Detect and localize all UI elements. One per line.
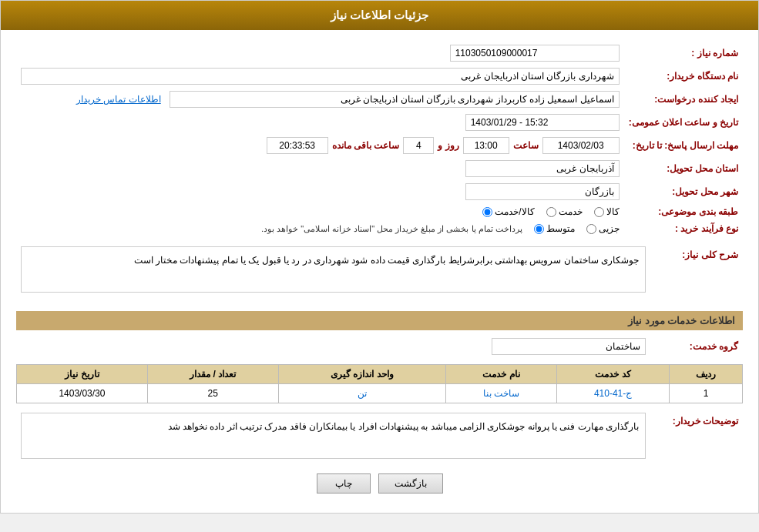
delivery-province-value: آذربایجان غربی xyxy=(465,160,620,177)
buyer-notes-label: توضیحات خریدار: xyxy=(650,410,743,462)
process-individual-label: جزیی xyxy=(599,223,620,234)
col-service-code: کد خدمت xyxy=(556,365,669,384)
col-service-name: نام خدمت xyxy=(445,365,556,384)
category-goods-radio[interactable] xyxy=(594,207,604,217)
deadline-days-label: روز و xyxy=(438,140,458,151)
print-button[interactable]: چاپ xyxy=(317,473,371,494)
category-goods-service-option[interactable]: کالا/خدمت xyxy=(482,206,534,217)
cell-count-amount: 25 xyxy=(147,384,278,403)
delivery-city-label: شهر محل تحویل: xyxy=(624,180,743,203)
buyer-notes-table: توضیحات خریدار: بارگذاری مهارت فنی یا پر… xyxy=(16,410,743,462)
category-service-option[interactable]: خدمت xyxy=(546,206,583,217)
category-goods-service-label: کالا/خدمت xyxy=(495,206,534,217)
page-title: جزئیات اطلاعات نیاز xyxy=(331,8,428,22)
need-number-label: شماره نیاز : xyxy=(624,42,743,65)
page-header: جزئیات اطلاعات نیاز xyxy=(1,1,758,30)
process-label: نوع فرآیند خرید : xyxy=(624,220,743,237)
services-table: ردیف کد خدمت نام خدمت واحد اندازه گیری ت… xyxy=(16,364,743,403)
process-individual-radio[interactable] xyxy=(586,224,596,234)
cell-need-date: 1403/03/30 xyxy=(17,384,148,403)
back-button[interactable]: بازگشت xyxy=(378,473,443,494)
category-goods-service-radio[interactable] xyxy=(482,207,492,217)
process-medium-radio[interactable] xyxy=(534,224,544,234)
button-row: بازگشت چاپ xyxy=(16,473,743,494)
main-container: جزئیات اطلاعات نیاز شماره نیاز : 1103050… xyxy=(0,0,759,514)
need-description-label: شرح کلی نیاز: xyxy=(650,243,743,303)
content-area: شماره نیاز : 1103050109000017 نام دستگاه… xyxy=(1,30,758,513)
cell-unit: تن xyxy=(278,384,445,403)
deadline-time: 13:00 xyxy=(463,137,509,154)
table-row: 1 ج-41-410 ساخت بنا تن 25 1403/03/30 xyxy=(17,384,743,403)
deadline-days: 4 xyxy=(403,137,434,154)
announce-date-label: تاریخ و ساعت اعلان عمومی: xyxy=(624,111,743,134)
category-radio-group: کالا خدمت کالا/خدمت xyxy=(21,206,620,217)
col-need-date: تاریخ نیاز xyxy=(17,365,148,384)
category-service-label: خدمت xyxy=(559,206,583,217)
deadline-remaining-label: ساعت باقی مانده xyxy=(332,140,400,151)
category-goods-option[interactable]: کالا xyxy=(594,206,620,217)
creator-label: ایجاد کننده درخواست: xyxy=(624,88,743,111)
col-unit: واحد اندازه گیری xyxy=(278,365,445,384)
buyer-org-label: نام دستگاه خریدار: xyxy=(624,65,743,88)
deadline-row: 1403/02/03 ساعت 13:00 روز و 4 ساعت باقی … xyxy=(21,137,620,154)
delivery-province-label: استان محل تحویل: xyxy=(624,157,743,180)
need-description-box: جوشکاری ساختمان سرویس بهداشتی برابرشرایط… xyxy=(21,246,646,293)
need-description-table: شرح کلی نیاز: جوشکاری ساختمان سرویس بهدا… xyxy=(16,243,743,303)
service-group-value: ساختمان xyxy=(492,338,646,355)
services-section-header: اطلاعات خدمات مورد نیاز xyxy=(16,311,743,330)
need-number-value: 1103050109000017 xyxy=(450,45,620,62)
category-service-radio[interactable] xyxy=(546,207,556,217)
deadline-date: 1403/02/03 xyxy=(542,137,620,154)
cell-service-name: ساخت بنا xyxy=(445,384,556,403)
cell-row-num: 1 xyxy=(670,384,743,403)
process-note: پرداخت تمام یا بخشی از مبلغ خریداز محل "… xyxy=(261,224,522,234)
creator-value: اسماعیل اسمعیل زاده کاربرداز شهرداری باز… xyxy=(170,91,620,108)
need-description-text: جوشکاری ساختمان سرویس بهداشتی برابرشرایط… xyxy=(134,255,639,266)
process-individual-option[interactable]: جزیی xyxy=(586,223,620,234)
category-label: طبقه بندی موضوعی: xyxy=(624,203,743,220)
col-count-amount: تعداد / مقدار xyxy=(147,365,278,384)
deadline-remaining: 20:33:53 xyxy=(267,137,328,154)
buyer-notes-box: بارگذاری مهارت فنی یا پروانه جوشکاری الز… xyxy=(21,413,646,459)
delivery-city-value: بازرگان xyxy=(465,183,620,200)
deadline-time-label: ساعت xyxy=(513,140,539,151)
process-medium-label: متوسط xyxy=(546,223,575,234)
process-medium-option[interactable]: متوسط xyxy=(534,223,575,234)
service-group-table: گروه خدمت: ساختمان xyxy=(16,335,743,358)
announce-date-value: 1403/01/29 - 15:32 xyxy=(465,114,620,131)
service-group-label: گروه خدمت: xyxy=(650,335,743,358)
cell-service-code: ج-41-410 xyxy=(556,384,669,403)
col-row-num: ردیف xyxy=(670,365,743,384)
buyer-notes-text: بارگذاری مهارت فنی یا پروانه جوشکاری الز… xyxy=(168,421,639,432)
buyer-org-value: شهرداری بازرگان استان اذربایجان غربی xyxy=(21,68,620,85)
process-type-row: جزیی متوسط پرداخت تمام یا بخشی از مبلغ خ… xyxy=(21,223,620,234)
category-goods-label: کالا xyxy=(606,206,620,217)
info-table: شماره نیاز : 1103050109000017 نام دستگاه… xyxy=(16,42,743,237)
deadline-label: مهلت ارسال پاسخ: تا تاریخ: xyxy=(624,134,743,157)
contact-link[interactable]: اطلاعات تماس خریدار xyxy=(76,94,161,105)
